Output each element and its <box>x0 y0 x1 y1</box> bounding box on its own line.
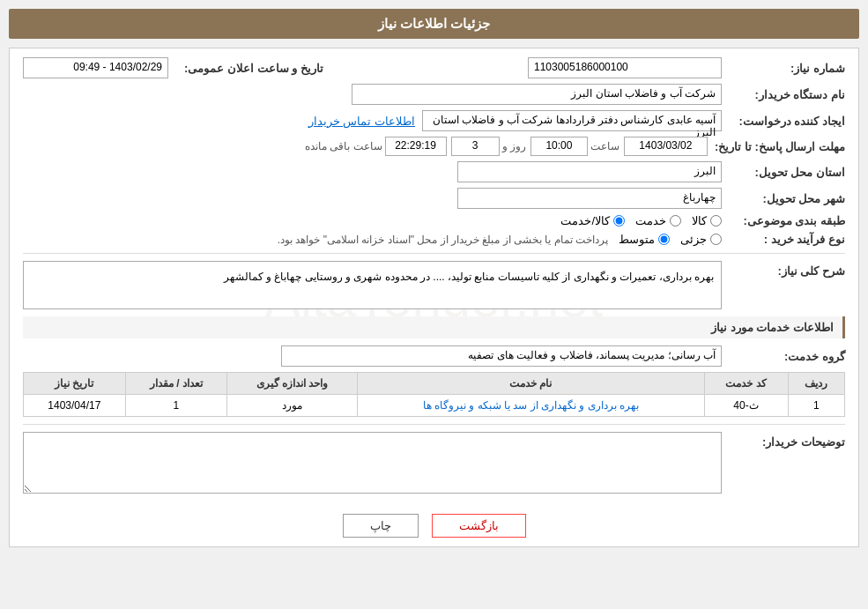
purchase-jazzi-option[interactable]: جزئی <box>680 233 722 246</box>
buyer-notes-textarea[interactable] <box>23 432 722 494</box>
category-kala-radio[interactable] <box>710 215 722 227</box>
deadline-row: مهلت ارسال پاسخ: تا تاریخ: 1403/03/02 سا… <box>23 137 845 156</box>
buyer-notes-label: توضیحات خریدار: <box>722 432 845 449</box>
buyer-notes-row: توضیحات خریدار: <box>23 432 845 496</box>
purchase-motavasset-radio[interactable] <box>658 234 670 245</box>
need-description-content: بهره برداری، تعمیرات و نگهداری از کلیه ت… <box>23 261 722 309</box>
deadline-date: 1403/03/02 <box>624 137 708 156</box>
announce-value: 1403/02/29 - 09:49 <box>23 57 168 78</box>
creator-contact-link[interactable]: اطلاعات تماس خریدار <box>308 115 415 128</box>
cell-service-code: ث-40 <box>704 395 788 417</box>
province-label: استان محل تحویل: <box>722 166 845 179</box>
deadline-days: 3 <box>451 137 500 156</box>
deadline-time-label: ساعت <box>590 140 619 152</box>
service-group-value: آب رسانی؛ مدیریت پسماند، فاضلاب و فعالیت… <box>281 345 722 367</box>
need-number-row: شماره نیاز: 1103005186000100 تاریخ و ساع… <box>23 57 845 78</box>
col-service-code: کد خدمت <box>704 373 788 395</box>
purchase-motavasset-label: متوسط <box>619 233 655 246</box>
buttons-row: بازگشت چاپ <box>23 507 845 538</box>
col-unit: واحد اندازه گیری <box>227 373 358 395</box>
cell-service-name: بهره برداری و نگهداری از سد یا شبکه و نی… <box>358 395 704 417</box>
category-kala-option[interactable]: کالا <box>692 214 722 227</box>
deadline-time: 10:00 <box>530 137 588 156</box>
cell-row-num: 1 <box>788 395 844 417</box>
creator-value: آسیه عابدی کارشناس دفتر قراردادها شرکت آ… <box>422 110 722 131</box>
deadline-day-label: روز و <box>502 140 526 152</box>
category-khadamat-label: خدمت <box>635 214 666 227</box>
col-service-name: نام خدمت <box>358 373 704 395</box>
purchase-jazzi-radio[interactable] <box>710 234 722 245</box>
services-section-title: اطلاعات خدمات مورد نیاز <box>23 316 845 338</box>
buyer-org-row: نام دستگاه خریدار: شرکت آب و فاضلاب استا… <box>23 84 845 105</box>
services-table: ردیف کد خدمت نام خدمت واحد اندازه گیری ت… <box>23 372 845 417</box>
deadline-remaining-label: ساعت باقی مانده <box>305 140 382 152</box>
page-header: جزئیات اطلاعات نیاز <box>9 9 859 39</box>
province-value: البرز <box>457 161 722 182</box>
purchase-type-label: نوع فرآیند خرید : <box>722 233 845 246</box>
purchase-type-row: نوع فرآیند خرید : جزئی متوسط پرداخت تمام… <box>23 233 845 246</box>
buyer-org-label: نام دستگاه خریدار: <box>722 88 845 101</box>
back-button[interactable]: بازگشت <box>432 514 526 538</box>
purchase-jazzi-label: جزئی <box>680 233 707 246</box>
purchase-type-desc: پرداخت تمام یا بخشی از مبلغ خریدار از مح… <box>278 234 608 246</box>
city-value: چهارباغ <box>457 188 722 209</box>
need-description-label: شرح کلی نیاز: <box>722 261 845 278</box>
city-label: شهر محل تحویل: <box>722 192 845 205</box>
need-number-label: شماره نیاز: <box>722 62 845 75</box>
need-description-row: شرح کلی نیاز: بهره برداری، تعمیرات و نگه… <box>23 261 845 309</box>
table-row: 1 ث-40 بهره برداری و نگهداری از سد یا شب… <box>24 395 845 417</box>
category-kala-khadamat-radio[interactable] <box>613 215 625 227</box>
province-row: استان محل تحویل: البرز <box>23 161 845 182</box>
col-quantity: تعداد / مقدار <box>125 373 227 395</box>
category-kala-label: کالا <box>692 214 707 227</box>
service-group-label: گروه خدمت: <box>722 350 845 363</box>
category-label: طبقه بندی موضوعی: <box>722 214 845 227</box>
purchase-motavasset-option[interactable]: متوسط <box>619 233 670 246</box>
creator-label: ایجاد کننده درخواست: <box>722 115 845 128</box>
category-row: طبقه بندی موضوعی: کالا خدمت <box>23 214 845 227</box>
buyer-org-value: شرکت آب و فاضلاب استان البرز <box>352 84 722 105</box>
category-khadamat-option[interactable]: خدمت <box>635 214 681 227</box>
deadline-remaining: 22:29:19 <box>385 137 447 156</box>
deadline-label: مهلت ارسال پاسخ: تا تاریخ: <box>708 140 845 153</box>
category-khadamat-radio[interactable] <box>670 215 681 227</box>
cell-quantity: 1 <box>125 395 227 417</box>
need-number-value: 1103005186000100 <box>528 57 722 78</box>
category-kala-khadamat-option[interactable]: کالا/خدمت <box>560 214 625 227</box>
col-need-date: تاریخ نیاز <box>24 373 126 395</box>
page-title: جزئیات اطلاعات نیاز <box>378 16 490 31</box>
creator-row: ایجاد کننده درخواست: آسیه عابدی کارشناس … <box>23 110 845 131</box>
col-row-num: ردیف <box>788 373 844 395</box>
cell-unit: مورد <box>227 395 358 417</box>
announce-label: تاریخ و ساعت اعلان عمومی: <box>177 62 323 75</box>
table-header-row: ردیف کد خدمت نام خدمت واحد اندازه گیری ت… <box>24 373 845 395</box>
service-group-row: گروه خدمت: آب رسانی؛ مدیریت پسماند، فاضل… <box>23 345 845 367</box>
cell-need-date: 1403/04/17 <box>24 395 126 417</box>
print-button[interactable]: چاپ <box>343 514 419 538</box>
city-row: شهر محل تحویل: چهارباغ <box>23 188 845 209</box>
category-kala-khadamat-label: کالا/خدمت <box>560 214 610 227</box>
